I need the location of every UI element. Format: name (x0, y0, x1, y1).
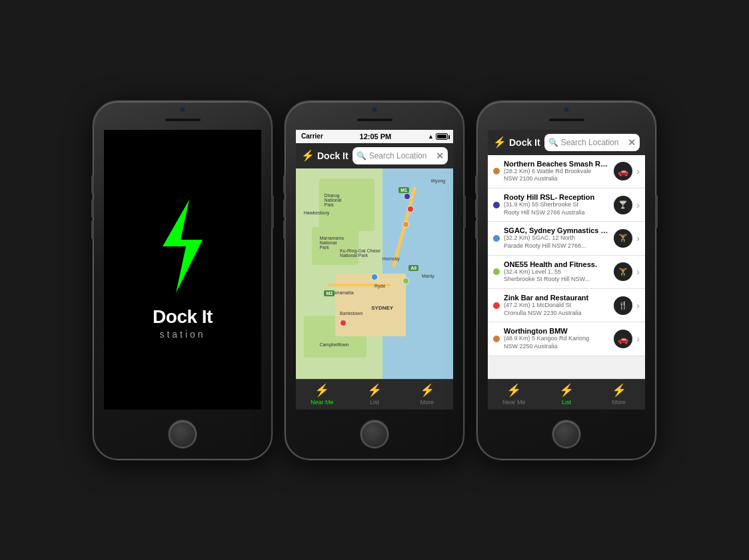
list-item[interactable]: ONE55 Health and Fitness. (32.4 Km) Leve… (488, 256, 645, 289)
tab-bar-list: ⚡ Near Me ⚡ List ⚡ More (488, 379, 645, 410)
loc-chevron-1: › (636, 200, 640, 210)
speaker-2 (357, 118, 393, 122)
screen-list: ⚡ Dock It 🔍 Search Location ✕ Northern (488, 130, 645, 410)
pin-5 (402, 278, 409, 284)
m2-badge: M2 (324, 290, 335, 296)
loc-name-0: Northern Beaches Smash Rep... (504, 160, 610, 168)
battery-area: ▲ (428, 133, 448, 140)
tab-near-me-icon-map: ⚡ (315, 383, 329, 398)
tab-more-icon-map: ⚡ (420, 383, 434, 398)
phone-bottom-2 (361, 410, 388, 459)
loc-info-4: Zink Bar and Restaurant (47.2 Km) 1 McDo… (504, 294, 610, 317)
status-bar-map: Carrier 12:05 PM ▲ (296, 130, 453, 143)
loc-icon-0: 🚗 (614, 162, 632, 180)
front-camera-3 (564, 107, 569, 112)
front-camera-1 (181, 107, 185, 112)
tab-list-list[interactable]: ⚡ List (540, 383, 593, 406)
loc-chevron-2: › (636, 233, 640, 244)
search-placeholder-list: Search Location (561, 138, 625, 147)
loc-detail-5: (48.9 Km) 5 Kangoo Rd KariongNSW 2250 Au… (504, 335, 610, 350)
loc-detail-2: (32.2 Km) SGAC, 12 NorthParade Rooty Hil… (504, 234, 610, 250)
search-clear-list[interactable]: ✕ (628, 137, 636, 148)
phone-bottom-1 (169, 410, 197, 459)
pin-6 (340, 320, 347, 326)
m1-badge: M1 (398, 187, 409, 193)
list-item[interactable]: Zink Bar and Restaurant (47.2 Km) 1 McDo… (488, 289, 645, 322)
search-bar-map[interactable]: 🔍 Search Location ✕ (353, 147, 448, 164)
map-area[interactable]: Hawkesbury DharugNationalPark Marramarra… (296, 168, 453, 379)
label-wyong: Wyong (430, 178, 445, 183)
label-manly: Manly (422, 274, 434, 278)
label-sydney: SYDNEY (371, 305, 393, 311)
app-name-list: Dock It (509, 137, 540, 148)
app-header-map: ⚡ Dock It 🔍 Search Location ✕ (296, 143, 453, 168)
loc-chevron-5: › (636, 334, 640, 344)
phone-splash: Dock It station (93, 101, 273, 460)
loc-dot-3 (493, 268, 500, 275)
label-bankstown: Bankstown (340, 311, 363, 316)
list-item[interactable]: Rooty Hill RSL- Reception (31.9 Km) 55 S… (488, 188, 645, 222)
loc-icon-4: 🍴 (614, 296, 632, 315)
loc-detail-4: (47.2 Km) 1 McDonald StCronulla NSW 2230… (504, 302, 610, 317)
loc-info-0: Northern Beaches Smash Rep... (28.2 Km) … (504, 160, 610, 183)
list-item[interactable]: SGAC, Sydney Gymnastics an... (32.2 Km) … (488, 222, 645, 255)
tab-list-label-list: List (562, 399, 571, 406)
loc-info-3: ONE55 Health and Fitness. (32.4 Km) Leve… (504, 260, 610, 284)
phone-top-3 (478, 102, 655, 130)
loc-chevron-0: › (636, 166, 640, 176)
loc-chevron-3: › (636, 266, 640, 277)
loc-detail-3: (32.4 Km) Level 1, 55Sherbrooke St Rooty… (504, 268, 610, 284)
tab-list-icon-map: ⚡ (367, 383, 382, 398)
loc-dot-4 (493, 302, 500, 309)
urban-1 (335, 274, 406, 337)
bolt-logo-large (149, 200, 216, 293)
map-screen: Carrier 12:05 PM ▲ ⚡ Dock It (296, 130, 453, 410)
tab-near-me-label-list: Near Me (502, 399, 526, 406)
front-camera-2 (373, 107, 377, 112)
label-dharug: DharugNationalPark (324, 193, 341, 207)
loc-name-1: Rooty Hill RSL- Reception (504, 193, 610, 201)
screen-map: Carrier 12:05 PM ▲ ⚡ Dock It (296, 130, 453, 410)
phones-container: Dock It station Carrier 12:05 PM ▲ (93, 101, 656, 460)
splash-subtitle: station (159, 329, 205, 340)
signal-icon: ▲ (428, 133, 434, 140)
phone-top-1 (94, 102, 271, 130)
tab-more-icon-list: ⚡ (612, 383, 626, 398)
tab-list-map[interactable]: ⚡ List (349, 383, 401, 406)
tab-near-me-list[interactable]: ⚡ Near Me (488, 383, 540, 406)
search-bar-list[interactable]: 🔍 Search Location ✕ (544, 134, 640, 151)
loc-name-5: Worthington BMW (504, 327, 610, 335)
battery-icon (436, 133, 448, 140)
loc-info-5: Worthington BMW (48.9 Km) 5 Kangoo Rd Ka… (504, 327, 610, 350)
list-item[interactable]: Northern Beaches Smash Rep... (28.2 Km) … (488, 155, 645, 188)
list-content: Northern Beaches Smash Rep... (28.2 Km) … (488, 155, 645, 379)
label-campbelltown: Campbelltown (319, 342, 349, 347)
phone-bottom-3 (552, 410, 580, 459)
screen-splash: Dock It station (104, 130, 261, 410)
label-ryde: Ryde (374, 284, 385, 288)
loc-chevron-4: › (636, 300, 640, 311)
app-header-list: ⚡ Dock It 🔍 Search Location ✕ (488, 130, 645, 155)
time-label: 12:05 PM (360, 133, 392, 140)
phone-map: Carrier 12:05 PM ▲ ⚡ Dock It (285, 101, 464, 460)
battery-fill (437, 135, 446, 139)
mini-bolt-map: ⚡ (301, 149, 315, 162)
home-button-1[interactable] (169, 420, 197, 448)
search-placeholder-map: Search Location (369, 151, 433, 160)
loc-detail-0: (28.2 Km) 6 Wattle Rd BrookvaleNSW 2100 … (504, 168, 610, 183)
tab-list-label-map: List (370, 399, 379, 406)
loc-icon-2: 🏋 (614, 229, 632, 248)
speaker-3 (548, 118, 585, 122)
tab-more-list[interactable]: ⚡ More (592, 383, 645, 406)
home-button-3[interactable] (552, 420, 580, 448)
map-visual: Hawkesbury DharugNationalPark Marramarra… (296, 168, 453, 379)
loc-dot-0 (493, 168, 500, 174)
speaker-1 (165, 118, 201, 122)
a8-badge: A8 (408, 265, 418, 271)
search-clear-map[interactable]: ✕ (436, 150, 444, 161)
tab-more-map[interactable]: ⚡ More (400, 383, 453, 406)
tab-near-me-map[interactable]: ⚡ Near Me (296, 383, 349, 406)
loc-name-4: Zink Bar and Restaurant (504, 294, 610, 302)
list-item[interactable]: Worthington BMW (48.9 Km) 5 Kangoo Rd Ka… (488, 322, 645, 356)
home-button-2[interactable] (361, 420, 388, 448)
